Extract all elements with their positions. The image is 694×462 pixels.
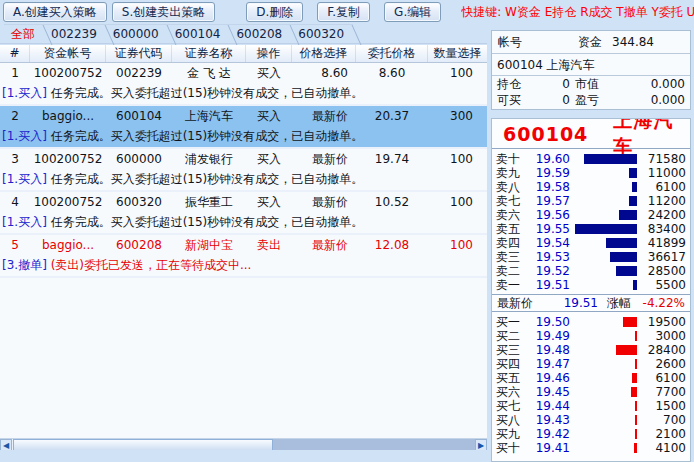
latest-price-label: 最新价	[492, 295, 540, 312]
row-code: 002239	[106, 63, 172, 84]
order-row[interactable]: 1100200752002239金 飞 达买入8.608.60100	[0, 63, 487, 84]
bid-row[interactable]: 买二19.493000	[492, 329, 690, 343]
order-row-group[interactable]: 2baggio...600104上海汽车买入最新价20.37300[1.买入] …	[0, 106, 487, 149]
bid-row[interactable]: 买四19.472600	[492, 357, 690, 371]
row-num: 1	[0, 63, 30, 84]
horizontal-scrollbar[interactable]: ◀ ▶	[0, 438, 487, 450]
delete-button[interactable]: D.删除	[246, 2, 303, 22]
level-price: 19.56	[525, 208, 570, 222]
row-qty: 100	[428, 235, 487, 256]
row-qty: 300	[428, 106, 487, 127]
ask-row[interactable]: 卖二19.5228500	[492, 264, 690, 278]
level-volume: 41899	[640, 236, 690, 250]
bid-row[interactable]: 买七19.441500	[492, 399, 690, 413]
order-table-header: # 资金帐号 证券代码 证券名称 操作 价格选择 委托价格 数量选择	[0, 45, 487, 63]
tab-600000[interactable]: 600000	[106, 24, 168, 44]
market-value: 0.000	[616, 76, 690, 92]
bid-row[interactable]: 买十19.414100	[492, 441, 690, 455]
scrollbar-track[interactable]	[273, 439, 475, 450]
level-label: 买二	[492, 329, 525, 343]
row-num: 2	[0, 106, 30, 127]
ask-row[interactable]: 卖九19.5911000	[492, 166, 690, 180]
scrollbar-thumb[interactable]	[13, 439, 273, 450]
level-volume: 2600	[640, 357, 690, 371]
level-price: 19.48	[525, 343, 570, 357]
tab-600104[interactable]: 600104	[168, 24, 230, 44]
row-num: 4	[0, 192, 30, 213]
row-order-price: 10.52	[356, 192, 428, 213]
level-label: 买九	[492, 427, 525, 441]
status-text: 任务完成。买入委托超过(15)秒钟没有成交，已自动撤单。	[47, 86, 363, 100]
bid-row[interactable]: 买八19.43700	[492, 413, 690, 427]
ask-row[interactable]: 卖四19.5441899	[492, 236, 690, 250]
order-row[interactable]: 3100200752600000浦发银行买入最新价19.74100	[0, 149, 487, 170]
order-row[interactable]: 2baggio...600104上海汽车买入最新价20.37300	[0, 106, 487, 127]
scroll-left-icon[interactable]: ◀	[0, 439, 12, 450]
order-row[interactable]: 4100200752600320振华重工买入最新价10.52100	[0, 192, 487, 213]
status-row: [3.撤单] (卖出)委托已发送，正在等待成交中...	[0, 256, 487, 276]
ask-row[interactable]: 卖三19.5336617	[492, 250, 690, 264]
scroll-right-icon[interactable]: ▶	[475, 439, 487, 450]
header-code: 证券代码	[106, 45, 172, 62]
quote-stock-code: 600104	[503, 123, 588, 145]
bid-row[interactable]: 买六19.457700	[492, 385, 690, 399]
order-row-group[interactable]: 4100200752600320振华重工买入最新价10.52100[1.买入] …	[0, 192, 487, 235]
header-qty-select: 数量选择	[428, 45, 487, 62]
volume-bar	[635, 359, 637, 369]
tab-002239[interactable]: 002239	[44, 24, 106, 44]
status-row: [1.买入] 任务完成。买入委托超过(15)秒钟没有成交，已自动撤单。	[0, 127, 487, 147]
ask-row[interactable]: 卖十19.6071580	[492, 152, 690, 166]
tab-600320[interactable]: 600320	[291, 24, 353, 44]
header-price-select: 价格选择	[292, 45, 356, 62]
volume-bar-cell	[570, 373, 640, 383]
level-volume: 36617	[640, 250, 690, 264]
volume-bar-cell	[570, 401, 640, 411]
row-name: 上海汽车	[172, 106, 246, 127]
order-row-group[interactable]: 3100200752600000浦发银行买入最新价19.74100[1.买入] …	[0, 149, 487, 192]
can-buy-label: 可买	[492, 92, 528, 108]
level-volume: 4100	[640, 441, 690, 455]
create-buy-strategy-button[interactable]: A.创建买入策略	[3, 2, 107, 22]
market-value-label: 市值	[570, 76, 616, 92]
copy-button[interactable]: F.复制	[317, 2, 370, 22]
bid-row[interactable]: 买一19.5019500	[492, 315, 690, 329]
bid-row[interactable]: 买三19.4828400	[492, 343, 690, 357]
ask-row[interactable]: 卖七19.5711200	[492, 194, 690, 208]
volume-bar-cell	[570, 238, 640, 248]
order-row-group[interactable]: 1100200752002239金 飞 达买入8.608.60100[1.买入]…	[0, 63, 487, 106]
account-fund-row: 帐号 资金 344.84	[492, 31, 690, 54]
row-order-price: 19.74	[356, 149, 428, 170]
status-tag: [1.买入]	[2, 172, 47, 186]
bid-row[interactable]: 买五19.466100	[492, 371, 690, 385]
tab-600208[interactable]: 600208	[229, 24, 291, 44]
row-price-select: 最新价	[292, 149, 356, 170]
ask-row[interactable]: 卖一19.515500	[492, 278, 690, 292]
level-label: 卖七	[492, 194, 525, 208]
row-code: 600104	[106, 106, 172, 127]
ask-row[interactable]: 卖六19.5624200	[492, 208, 690, 222]
level-price: 19.49	[525, 329, 570, 343]
ask-row[interactable]: 卖五19.5583400	[492, 222, 690, 236]
status-text: 任务完成。买入委托超过(15)秒钟没有成交，已自动撤单。	[47, 172, 363, 186]
row-account: baggio...	[30, 235, 106, 256]
volume-bar	[634, 443, 637, 453]
header-account: 资金帐号	[30, 45, 106, 62]
order-row[interactable]: 5baggio...600208新湖中宝卖出最新价12.08100	[0, 235, 487, 256]
level-price: 19.55	[525, 222, 570, 236]
level-label: 卖六	[492, 208, 525, 222]
row-code: 600000	[106, 149, 172, 170]
level-price: 19.44	[525, 399, 570, 413]
edit-button[interactable]: G.编辑	[384, 2, 441, 22]
header-index: #	[0, 45, 30, 62]
row-name: 浦发银行	[172, 149, 246, 170]
bid-row[interactable]: 买九19.422100	[492, 427, 690, 441]
ask-levels: 卖十19.6071580卖九19.5911000卖八19.586100卖七19.…	[492, 149, 690, 292]
status-text: 任务完成。买入委托超过(15)秒钟没有成交，已自动撤单。	[47, 215, 363, 229]
level-label: 买十	[492, 441, 525, 455]
level-price: 19.51	[525, 278, 570, 292]
order-row-group[interactable]: 5baggio...600208新湖中宝卖出最新价12.08100[3.撤单] …	[0, 235, 487, 278]
create-sell-strategy-button[interactable]: S.创建卖出策略	[112, 2, 215, 22]
tab-all[interactable]: 全部	[4, 24, 44, 44]
change-label: 涨幅	[598, 295, 640, 312]
ask-row[interactable]: 卖八19.586100	[492, 180, 690, 194]
